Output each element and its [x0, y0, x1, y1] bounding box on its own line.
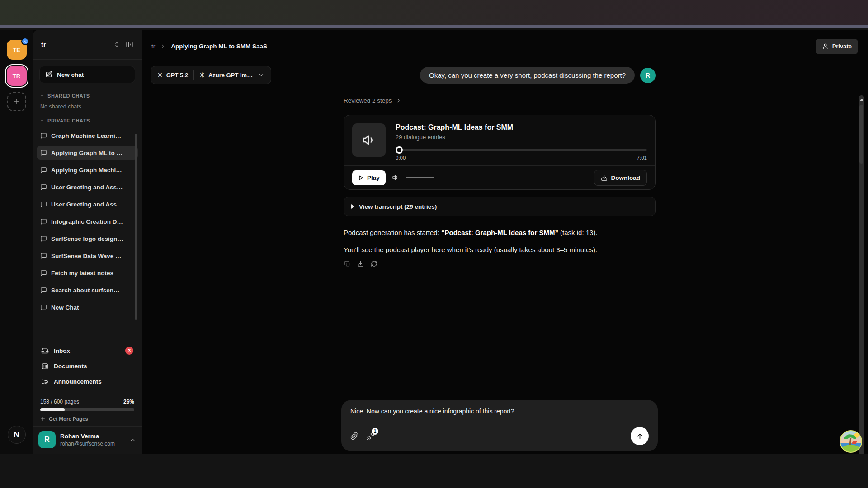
sidebar-item-inbox[interactable]: Inbox 3 [39, 343, 135, 358]
attach-file-icon[interactable] [350, 432, 359, 440]
speaker-icon [352, 123, 386, 157]
volume-icon[interactable] [392, 174, 399, 181]
model-secondary[interactable]: ✳ Azure GPT Im… [199, 72, 253, 79]
sidebar-bottom: Inbox 3 Documents Announcements 158 / 60… [33, 339, 142, 454]
profile-name: Rohan Verma [60, 433, 115, 440]
no-shared-chats-text: No shared chats [40, 103, 134, 110]
seek-track [396, 149, 647, 151]
shared-chats-header[interactable]: SHARED CHATS [39, 93, 135, 99]
workspace-name[interactable]: tr [41, 41, 108, 48]
main-area: tr Applying Graph ML to SMM SaaS Private… [142, 30, 868, 454]
chat-list-item-active[interactable]: Applying Graph ML to … [37, 146, 138, 160]
sidebar-scrollbar[interactable] [135, 134, 137, 320]
assistant-status-message: You’ll see the podcast player here when … [344, 245, 656, 254]
chat-list-item[interactable]: New Chat [37, 300, 138, 314]
message-icon [40, 287, 47, 294]
regenerate-icon[interactable] [371, 260, 377, 267]
breadcrumb-root[interactable]: tr [151, 43, 155, 50]
megaphone-icon [41, 378, 49, 385]
seek-slider[interactable] [396, 146, 647, 154]
usage-progress-fill [40, 408, 65, 411]
chat-list-item[interactable]: SurfSense logo design… [37, 232, 138, 245]
plus-icon [40, 416, 46, 422]
workspace-avatar-label: TE [13, 47, 20, 53]
plus-icon [13, 98, 20, 105]
chat-list-item[interactable]: Infographic Creation D… [37, 215, 138, 228]
view-transcript-toggle[interactable]: View transcript (29 entries) [344, 197, 656, 216]
private-button[interactable]: Private [816, 39, 858, 54]
breadcrumb-current: Applying Graph ML to SMM SaaS [171, 43, 267, 50]
workspace-avatar-te[interactable]: TE [7, 40, 27, 60]
divider [193, 70, 194, 80]
play-button[interactable]: Play [352, 170, 386, 185]
download-button[interactable]: Download [594, 170, 647, 186]
reviewed-steps-toggle[interactable]: Reviewed 2 steps [344, 97, 656, 104]
chat-list-item[interactable]: Applying Graph Machi… [37, 163, 138, 177]
chevron-down-icon [258, 72, 264, 78]
message-icon [40, 167, 47, 174]
sidebar-item-announcements[interactable]: Announcements [39, 374, 135, 389]
assistant-status-message: Podcast generation has started: “Podcast… [344, 228, 656, 237]
sidebar-item-documents[interactable]: Documents [39, 358, 135, 374]
connector-icon[interactable]: 1 [367, 432, 375, 440]
new-chat-button[interactable]: New chat [39, 66, 135, 83]
private-chats-header[interactable]: PRIVATE CHATS [39, 118, 135, 123]
chevron-right-icon [396, 98, 401, 103]
chat-list: Graph Machine Learni… Applying Graph ML … [37, 129, 138, 314]
avatar: R [640, 68, 656, 83]
download-icon[interactable] [357, 260, 364, 267]
volume-slider[interactable] [406, 177, 434, 178]
edit-icon [45, 71, 52, 78]
download-icon [601, 174, 608, 181]
chat-list-item[interactable]: User Greeting and Ass… [37, 180, 138, 194]
model-primary[interactable]: ✳ GPT 5.2 [157, 72, 188, 79]
workspace-avatar-tr[interactable]: TR [7, 66, 27, 86]
user-profile[interactable]: R Rohan Verma rohan@surfsense.com [33, 426, 142, 454]
message-icon [40, 253, 47, 259]
message-icon [40, 132, 47, 139]
message-actions [344, 260, 656, 267]
usage-panel: 158 / 600 pages 26% Get More Pages [33, 393, 142, 426]
profile-email: rohan@surfsense.com [60, 441, 115, 447]
scroll-up-arrow[interactable] [859, 99, 864, 101]
message-icon [40, 304, 47, 311]
chevron-down-icon [39, 118, 45, 123]
message-composer[interactable]: Nice. Now can you create a nice infograp… [341, 400, 658, 451]
chevron-up-icon [129, 436, 136, 443]
avatar: R [38, 431, 56, 448]
pages-count: 158 / 600 pages [40, 399, 79, 405]
app-window: TE TR N tr New chat [0, 30, 868, 454]
person-icon [822, 43, 829, 50]
arrow-up-icon [636, 432, 644, 440]
chat-list-item[interactable]: Search about surfsen… [37, 283, 138, 297]
nextjs-logo: N [8, 426, 26, 444]
send-button[interactable] [631, 427, 649, 445]
user-message-bubble: Okay, can you create a very short, podca… [420, 67, 635, 84]
seek-thumb[interactable] [396, 146, 403, 154]
workspace-switcher-icon[interactable] [113, 41, 120, 48]
chat-thread: Okay, can you create a very short, podca… [344, 63, 656, 454]
chat-list-item[interactable]: Graph Machine Learni… [37, 129, 138, 142]
pages-percent: 26% [123, 399, 134, 405]
members-badge-icon [21, 38, 29, 45]
page-scrollbar[interactable] [859, 95, 864, 454]
palm-island-badge[interactable] [840, 430, 862, 453]
podcast-player-card: Podcast: Graph-ML Ideas for SMM 29 dialo… [344, 115, 656, 190]
model-selector[interactable]: ✳ GPT 5.2 ✳ Azure GPT Im… [151, 66, 271, 84]
chat-list-item[interactable]: Fetch my latest notes [37, 266, 138, 280]
chat-list-item[interactable]: SurfSense Data Wave … [37, 249, 138, 263]
chat-list-item[interactable]: User Greeting and Ass… [37, 197, 138, 211]
documents-icon [41, 362, 49, 370]
scrollbar-thumb[interactable] [859, 105, 863, 164]
composer-input[interactable]: Nice. Now can you create a nice infograp… [350, 408, 649, 415]
copy-icon[interactable] [344, 260, 350, 267]
openai-icon: ✳ [157, 72, 163, 78]
chat-content: ✳ GPT 5.2 ✳ Azure GPT Im… Okay, can you … [142, 63, 868, 454]
add-workspace-button[interactable] [7, 92, 26, 111]
get-more-pages-button[interactable]: Get More Pages [40, 416, 134, 422]
collapse-sidebar-icon[interactable] [126, 41, 133, 48]
message-icon [40, 184, 47, 191]
message-icon [40, 218, 47, 225]
openai-icon: ✳ [199, 72, 205, 78]
workspace-rail: TE TR N [0, 30, 33, 454]
